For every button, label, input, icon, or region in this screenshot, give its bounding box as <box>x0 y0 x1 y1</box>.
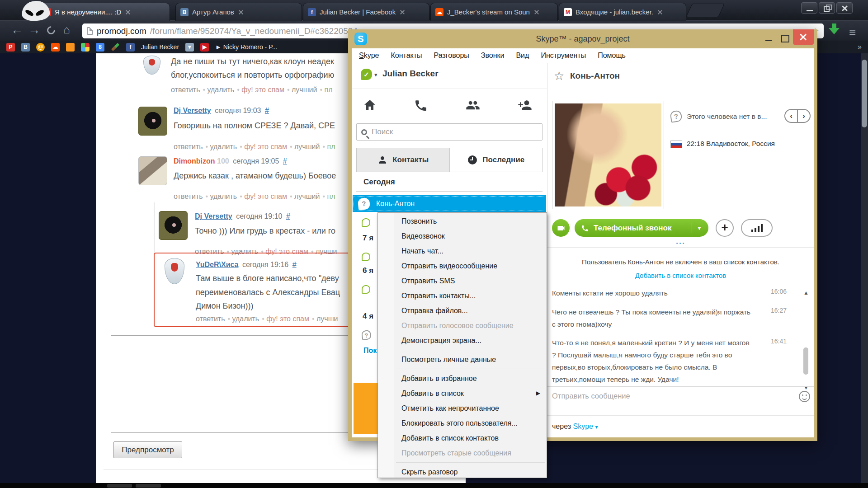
tab-facebook[interactable]: f Julian Becker | Facebook <box>303 3 429 21</box>
bookmark-download-icon[interactable]: ▼ <box>185 43 194 52</box>
best-link[interactable]: лучший <box>287 86 317 94</box>
avatar[interactable] <box>138 107 167 136</box>
chat-scrollbar-thumb[interactable] <box>803 347 808 375</box>
scroll-down-icon[interactable]: ▼ <box>803 385 809 391</box>
comment-author-link[interactable]: YuDeR\Xиса <box>196 261 239 268</box>
new-tab-button[interactable] <box>686 4 725 17</box>
close-icon[interactable] <box>399 9 406 15</box>
menu-item-video-call[interactable]: Видеозвонок <box>378 229 547 244</box>
avatar[interactable] <box>138 156 167 185</box>
best-link[interactable]: лучший <box>290 143 320 150</box>
bookmark-facebook-icon[interactable]: f <box>126 43 135 52</box>
menu-contacts[interactable]: Контакты <box>391 52 422 60</box>
show-earlier-link[interactable]: Пок <box>363 347 377 355</box>
self-display-name[interactable]: Julian Becker <box>382 69 439 79</box>
skype-title-bar[interactable]: S Skype™ - agapov_project <box>348 29 817 48</box>
forward-button[interactable]: → <box>28 24 40 36</box>
bookmark-odnoklassniki-icon[interactable] <box>66 43 75 52</box>
bookmark-soundcloud-icon[interactable]: ☁ <box>51 43 60 52</box>
back-button[interactable]: ← <box>11 24 23 36</box>
video-call-button[interactable] <box>552 219 570 237</box>
reply-link[interactable]: ответить <box>174 192 203 200</box>
skype-close-button[interactable] <box>793 29 814 45</box>
next-button[interactable]: › <box>798 110 810 122</box>
bookmark-youtube-label[interactable]: ► Nicky Romero - P... <box>215 43 277 51</box>
tab-vk[interactable]: B Артур Агапов <box>175 3 302 21</box>
comment-anchor-link[interactable]: # <box>286 212 290 220</box>
download-indicator-icon[interactable] <box>828 23 840 37</box>
browser-menu-icon[interactable]: ≡ <box>849 25 856 39</box>
menu-item-send-video-message[interactable]: Отправить видеосообщение <box>378 258 547 273</box>
spam-link[interactable]: фу! это спам <box>240 192 287 200</box>
tab-soundcloud[interactable]: ☁ J_Becker's stream on Soun <box>430 3 558 21</box>
search-box[interactable] <box>356 123 542 141</box>
reply-link[interactable]: ответить <box>174 143 203 150</box>
menu-tools[interactable]: Инструменты <box>541 52 586 60</box>
chevron-down-icon[interactable]: ▼ <box>697 225 702 231</box>
bookmark-vk-icon[interactable]: B <box>21 43 30 52</box>
prev-button[interactable]: ‹ <box>785 110 798 122</box>
send-via-selector[interactable]: через Skype ▾ <box>552 422 598 431</box>
close-icon[interactable] <box>657 9 663 15</box>
menu-item-block-user[interactable]: Блокировать этого пользователя... <box>378 416 547 431</box>
browser-scrollbar[interactable] <box>861 53 868 483</box>
emoticon-icon[interactable] <box>799 391 810 402</box>
tab-contacts[interactable]: Контакты <box>357 148 450 172</box>
avatar[interactable] <box>143 56 160 75</box>
tab-gmail[interactable]: M Входящие - julian.becker. <box>559 3 686 21</box>
bookmarks-overflow-icon[interactable]: » <box>858 43 862 51</box>
spam-link[interactable]: фу! это спам <box>262 315 309 323</box>
reply-link[interactable]: ответить <box>171 86 200 94</box>
bad-link[interactable]: пл <box>320 86 332 94</box>
preview-button[interactable]: Предпросмотр <box>113 441 182 458</box>
menu-item-add-to-contact-list[interactable]: Добавить в список контактов <box>378 431 547 446</box>
collapse-dots[interactable]: ... <box>547 239 814 244</box>
reload-button[interactable] <box>45 24 57 36</box>
menu-item-send-contacts[interactable]: Отправить контакты... <box>378 288 547 303</box>
menu-skype[interactable]: Skype <box>359 52 379 60</box>
menu-item-screen-share[interactable]: Демонстрация экрана... <box>378 333 547 348</box>
phone-call-button[interactable]: Телефонный звонок ▼ <box>575 219 708 237</box>
call-phones-icon[interactable] <box>414 98 428 113</box>
search-input[interactable] <box>372 127 521 136</box>
skype-minimize-button[interactable] <box>762 32 775 44</box>
chevron-down-icon[interactable]: ▾ <box>374 71 377 78</box>
delete-link[interactable]: удалить <box>206 143 237 150</box>
bookmark-youtube-icon[interactable]: ▶ <box>200 43 209 52</box>
tab-recent[interactable]: Последние <box>450 148 542 172</box>
best-link[interactable]: лучший <box>290 192 320 200</box>
menu-item-send-sms[interactable]: Отправить SMS <box>378 273 547 288</box>
avatar[interactable] <box>159 211 188 240</box>
bad-link[interactable]: пл <box>322 143 335 150</box>
close-icon[interactable] <box>533 9 540 15</box>
menu-item-hide-conversation[interactable]: Скрыть разговор <box>378 465 547 479</box>
reply-link[interactable]: ответить <box>196 315 225 323</box>
add-contact-icon[interactable] <box>518 98 532 113</box>
minimize-button[interactable] <box>801 2 817 14</box>
bad-link[interactable]: пл <box>322 192 335 200</box>
comment-anchor-link[interactable]: # <box>292 261 297 268</box>
comment-anchor-link[interactable]: # <box>265 107 269 114</box>
menu-item-add-to-favorites[interactable]: Добавить в избранное <box>378 371 547 386</box>
comment-anchor-link[interactable]: # <box>283 157 287 165</box>
comment-author-link[interactable]: Dj Versetty <box>174 107 211 114</box>
tab-promodj[interactable]: P Я в недоумении.... :D <box>38 3 170 21</box>
message-input[interactable] <box>552 392 787 400</box>
comment-author-link[interactable]: Dj Versetty <box>195 212 232 220</box>
bookmark-google-icon[interactable]: 8 <box>96 43 104 52</box>
spam-link[interactable]: фу! это спам <box>240 143 287 150</box>
menu-item-call[interactable]: Позвонить <box>378 214 547 229</box>
favorite-star-icon[interactable]: ☆ <box>554 69 564 83</box>
skype-maximize-button[interactable] <box>778 32 791 44</box>
online-status-icon[interactable]: ✓ <box>361 69 372 80</box>
bookmark-facebook-label[interactable]: Julian Becker <box>141 43 179 51</box>
scrollbar-thumb[interactable] <box>862 60 867 127</box>
menu-help[interactable]: Помощь <box>598 52 626 60</box>
bookmark-photos-icon[interactable] <box>81 43 90 52</box>
bookmark-mailru-icon[interactable]: @ <box>36 43 45 52</box>
spam-link[interactable]: фу! это спам <box>237 86 284 94</box>
menu-item-send-files[interactable]: Отправка файлов... <box>378 303 547 318</box>
menu-item-mark-unread[interactable]: Отметить как непрочитанное <box>378 401 547 416</box>
close-icon[interactable] <box>125 9 131 15</box>
add-action-button[interactable]: + <box>716 219 734 237</box>
